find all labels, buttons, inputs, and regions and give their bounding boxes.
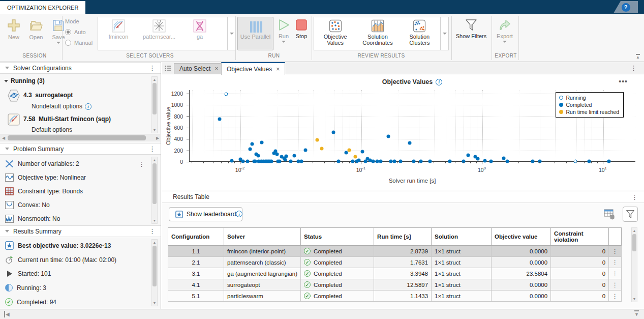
scatter-point[interactable]: [332, 130, 335, 134]
open-button[interactable]: Open: [25, 18, 47, 40]
solver-ga[interactable]: ga: [179, 17, 220, 50]
column-header[interactable]: Solution: [432, 228, 492, 246]
scatter-point[interactable]: [224, 93, 228, 96]
column-header[interactable]: Run time [s]: [374, 228, 432, 246]
scroll-thumb[interactable]: [152, 246, 157, 286]
row-kebab-icon[interactable]: ⋮: [609, 291, 622, 302]
scatter-point[interactable]: [251, 142, 254, 146]
scatter-point[interactable]: [285, 154, 288, 158]
app-tab[interactable]: OPTIMIZATION EXPLORER: [0, 1, 85, 14]
problem-summary-header[interactable]: Problem Summary ⋮: [0, 143, 161, 155]
export-button[interactable]: Export: [494, 18, 516, 43]
results-table[interactable]: ConfigurationSolverStatusRun time [s]Sol…: [168, 227, 622, 302]
stop-button[interactable]: Stop: [293, 18, 310, 39]
results-summary-vscrollbar[interactable]: ▲ ▼: [151, 239, 158, 306]
table-settings-button[interactable]: [602, 207, 617, 222]
scatter-point[interactable]: [284, 158, 287, 162]
scatter-point[interactable]: [260, 141, 263, 144]
scatter-point[interactable]: [303, 149, 307, 152]
scroll-left-icon[interactable]: ◀: [0, 134, 7, 141]
solution-coordinates-button[interactable]: Solution Coordinates: [356, 17, 398, 50]
solver-patternsearch[interactable]: patternsear...: [139, 17, 179, 50]
scroll-thumb[interactable]: [8, 135, 146, 140]
row-kebab-icon[interactable]: ⋮: [609, 268, 622, 279]
use-parallel-toggle[interactable]: Use Parallel: [237, 17, 273, 50]
mode-auto-radio[interactable]: Auto: [65, 29, 93, 35]
table-row[interactable]: 5.1particleswarm✓Completed1.14331×1 stru…: [168, 291, 622, 302]
scatter-point[interactable]: [315, 138, 319, 142]
scatter-point[interactable]: [386, 134, 390, 138]
problem-summary-vscrollbar[interactable]: ▲ ▼: [151, 157, 158, 224]
table-row[interactable]: 2.1patternsearch (classic)✓Completed1.76…: [168, 257, 622, 268]
collapse-ribbon-icon[interactable]: ▲: [636, 54, 640, 60]
scatter-point[interactable]: [347, 149, 351, 152]
tab-objective-values[interactable]: Objective Values ×: [221, 62, 285, 75]
kebab-menu-icon[interactable]: ⋮: [149, 146, 156, 152]
kebab-menu-icon[interactable]: ⋮: [630, 65, 637, 71]
kebab-menu-icon[interactable]: ⋮: [631, 194, 638, 200]
table-vscrollbar[interactable]: ▲ ▼: [631, 227, 637, 302]
scatter-point[interactable]: [248, 148, 252, 151]
show-leaderboard-button[interactable]: Show leaderboard: [169, 207, 242, 221]
config-item-multistart-fmincon[interactable]: 7.58 Multi-Start fmincon (sqp): [23, 115, 111, 123]
scatter-point[interactable]: [275, 153, 279, 156]
table-row[interactable]: 3.1ga (augmented lagrangian)✓Completed3.…: [168, 268, 622, 279]
scroll-up-icon[interactable]: ▲: [632, 228, 637, 234]
export-dropdown-icon[interactable]: [503, 41, 507, 43]
scroll-up-icon[interactable]: ▲: [152, 77, 157, 82]
row-kebab-icon[interactable]: ⋮: [609, 246, 622, 257]
info-icon[interactable]: i: [436, 79, 442, 85]
scatter-point[interactable]: [320, 147, 323, 150]
scroll-up-icon[interactable]: ▲: [152, 240, 157, 245]
scatter-point[interactable]: [408, 141, 411, 144]
row-kebab-icon[interactable]: ⋮: [609, 257, 622, 268]
chart-legend[interactable]: RunningCompletedRun time limit reached: [556, 92, 624, 118]
tab-auto-select[interactable]: Auto Select ×: [174, 63, 224, 74]
column-header[interactable]: Constraint violation: [551, 228, 609, 246]
info-icon[interactable]: i: [236, 211, 242, 217]
scatter-point[interactable]: [502, 157, 505, 160]
table-row[interactable]: 4.1surrogateopt✓Completed12.58971×1 stru…: [168, 279, 622, 291]
info-icon[interactable]: i: [85, 103, 91, 110]
kebab-menu-icon[interactable]: ⋮: [138, 161, 145, 167]
scatter-point[interactable]: [353, 155, 357, 159]
row-kebab-icon[interactable]: ⋮: [609, 302, 622, 303]
config-item-surrogateopt[interactable]: 4.3 surrogateopt: [23, 92, 73, 99]
scroll-thumb[interactable]: [152, 163, 157, 204]
run-dropdown-icon[interactable]: [282, 41, 286, 43]
axes-toolbar-icon[interactable]: •••: [619, 77, 628, 85]
solver-configurations-header[interactable]: Solver Configurations ⋮: [0, 62, 161, 74]
column-header[interactable]: Configuration: [168, 228, 224, 246]
run-button[interactable]: Run: [275, 18, 292, 43]
column-header[interactable]: Objective value: [492, 228, 551, 246]
table-row[interactable]: 6.1simulannealbnd✓Completed1.03301×1 str…: [168, 302, 622, 303]
new-button[interactable]: New: [3, 18, 24, 40]
scroll-thumb[interactable]: [632, 234, 636, 251]
column-header[interactable]: Solver: [224, 228, 301, 246]
objective-values-button[interactable]: Objective Values: [314, 17, 356, 50]
collapse-panel-icon[interactable]: ▼: [634, 310, 639, 317]
solver-fmincon[interactable]: fmincon: [98, 17, 139, 50]
collapse-sidebar-icon[interactable]: ◀: [4, 311, 10, 317]
scroll-down-icon[interactable]: ▼: [152, 218, 157, 223]
scroll-right-icon[interactable]: ▶: [154, 134, 161, 141]
close-icon[interactable]: ×: [276, 66, 280, 72]
save-dropdown-icon[interactable]: [56, 42, 60, 44]
column-header[interactable]: Status: [301, 228, 374, 246]
solver-config-vscrollbar[interactable]: ▲ ▼: [151, 76, 158, 133]
show-filters-button[interactable]: Show Filters: [453, 18, 489, 39]
row-kebab-icon[interactable]: ⋮: [609, 279, 622, 291]
solution-clusters-button[interactable]: Solution Clusters: [399, 17, 440, 50]
scatter-point[interactable]: [476, 157, 480, 160]
scatter-point[interactable]: [293, 154, 296, 157]
table-row[interactable]: 1.1fmincon (interior-point)✓Completed2.8…: [168, 246, 622, 257]
scroll-down-icon[interactable]: ▼: [632, 296, 637, 302]
scroll-down-icon[interactable]: ▼: [152, 300, 157, 306]
scroll-down-icon[interactable]: ▼: [152, 127, 157, 133]
mode-manual-radio[interactable]: Manual: [65, 40, 93, 46]
solver-config-hscrollbar[interactable]: ◀ ▶: [0, 134, 161, 141]
solver-gallery-dropdown[interactable]: [228, 17, 236, 50]
running-group-toggle[interactable]: Running (3): [4, 77, 45, 84]
tab-list-icon[interactable]: [165, 65, 171, 71]
scroll-up-icon[interactable]: ▲: [152, 157, 157, 163]
